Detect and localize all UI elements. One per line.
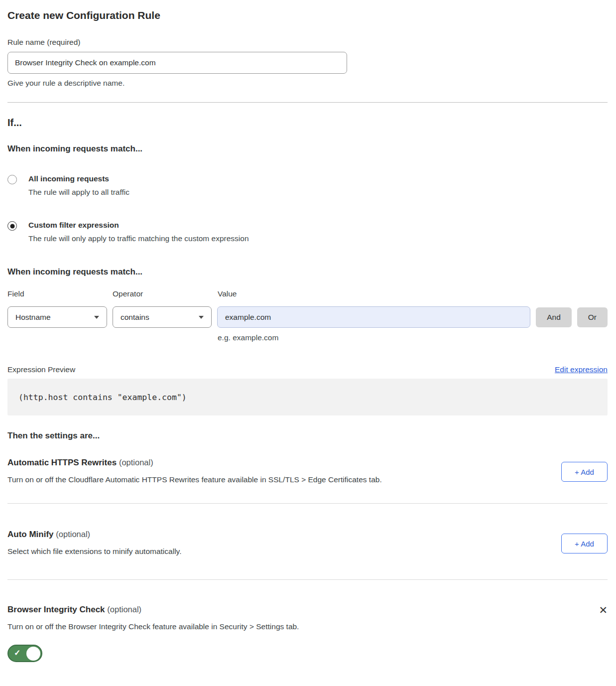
value-input[interactable] (217, 306, 530, 328)
setting-automatic-https-rewrites: Automatic HTTPS Rewrites (optional) Turn… (7, 457, 608, 485)
builder-heading: When incoming requests match... (7, 267, 608, 277)
setting-title: Auto Minify (7, 530, 54, 539)
radio-description: The rule will only apply to traffic matc… (28, 234, 249, 244)
setting-optional-tag: (optional) (56, 530, 90, 539)
radio-checked-icon[interactable] (7, 221, 17, 231)
chevron-down-icon (199, 316, 204, 319)
setting-title: Browser Integrity Check (7, 605, 105, 614)
setting-optional-tag: (optional) (119, 458, 153, 467)
setting-auto-minify: Auto Minify (optional) Select which file… (7, 529, 608, 556)
rule-name-help: Give your rule a descriptive name. (7, 78, 608, 88)
edit-expression-link[interactable]: Edit expression (555, 365, 608, 374)
expression-preview-box: (http.host contains "example.com") (7, 379, 608, 415)
radio-option-all-incoming-requests[interactable]: All incoming requests The rule will appl… (7, 174, 608, 197)
expression-code: (http.host contains "example.com") (18, 393, 187, 402)
setting-title: Automatic HTTPS Rewrites (7, 458, 117, 467)
value-column-label: Value (218, 289, 237, 298)
check-icon: ✓ (14, 648, 20, 658)
close-icon[interactable]: ✕ (599, 605, 608, 615)
match-heading: When incoming requests match... (7, 143, 608, 154)
field-select[interactable]: Hostname (7, 306, 107, 328)
radio-label: All incoming requests (28, 174, 129, 184)
add-automatic-https-rewrites-button[interactable]: + Add (561, 462, 608, 482)
rule-name-label: Rule name (required) (7, 37, 608, 47)
section-divider (7, 102, 608, 103)
rule-name-input[interactable] (7, 52, 347, 74)
chevron-down-icon (94, 316, 99, 319)
add-auto-minify-button[interactable]: + Add (561, 534, 608, 553)
radio-label: Custom filter expression (28, 220, 249, 230)
and-button[interactable]: And (536, 307, 572, 327)
operator-column-label: Operator (113, 289, 218, 298)
radio-option-custom-filter-expression[interactable]: Custom filter expression The rule will o… (7, 220, 608, 244)
field-select-value: Hostname (15, 313, 51, 322)
then-heading: Then the settings are... (7, 430, 608, 441)
expression-preview-label: Expression Preview (7, 365, 75, 374)
create-configuration-rule-page: Create new Configuration Rule Rule name … (0, 0, 616, 674)
field-column-label: Field (7, 289, 113, 298)
value-help-text: e.g. example.com (218, 333, 608, 342)
operator-select-value: contains (121, 313, 149, 322)
radio-unchecked-icon[interactable] (7, 175, 17, 184)
toggle-knob[interactable] (26, 647, 40, 661)
if-heading: If... (7, 117, 608, 129)
setting-description: Turn on or off the Browser Integrity Che… (7, 622, 589, 632)
operator-select[interactable]: contains (113, 306, 212, 328)
browser-integrity-check-toggle[interactable]: ✓ (7, 645, 42, 662)
setting-optional-tag: (optional) (107, 605, 141, 614)
or-button[interactable]: Or (577, 307, 608, 327)
setting-description: Turn on or off the Cloudflare Automatic … (7, 475, 551, 485)
setting-description: Select which file extensions to minify a… (7, 547, 551, 556)
setting-browser-integrity-check: Browser Integrity Check (optional) Turn … (7, 604, 608, 664)
radio-description: The rule will apply to all traffic (28, 187, 129, 197)
page-title: Create new Configuration Rule (7, 9, 608, 22)
